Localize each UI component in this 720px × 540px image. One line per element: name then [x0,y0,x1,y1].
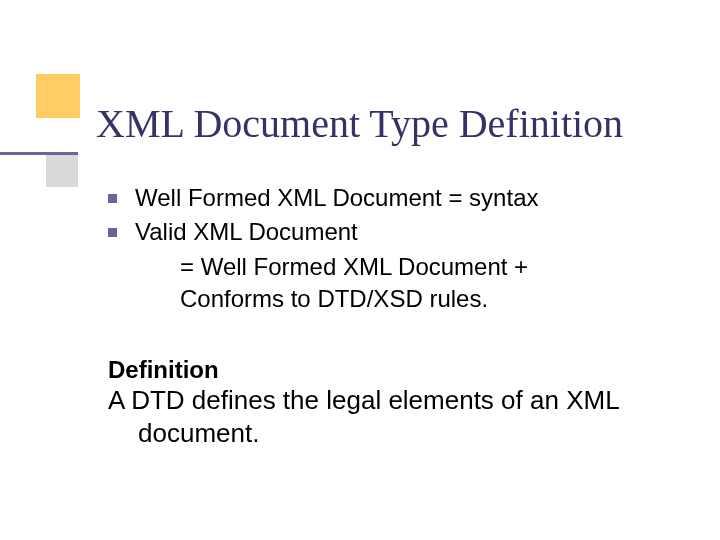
definition-label: Definition [108,356,670,384]
slide-content: Well Formed XML Document = syntax Valid … [108,182,670,451]
bullet-item: Valid XML Document [108,216,670,248]
definition-line: A DTD defines the legal elements of an X… [108,384,670,418]
decor-square-top [36,74,80,118]
bullet-item: Well Formed XML Document = syntax [108,182,670,214]
definition-block: Definition A DTD defines the legal eleme… [108,356,670,452]
bullet-text: Well Formed XML Document = syntax [135,182,538,214]
bullet-square-icon [108,194,117,203]
bullet-text: Valid XML Document [135,216,358,248]
sub-line: Conforms to DTD/XSD rules. [108,283,670,315]
decor-square-bottom [46,155,78,187]
slide-title: XML Document Type Definition [96,100,623,147]
definition-text: A DTD defines the legal elements of an X… [108,384,670,452]
sub-line: = Well Formed XML Document + [108,251,670,283]
bullet-square-icon [108,228,117,237]
definition-line: document. [108,417,670,451]
